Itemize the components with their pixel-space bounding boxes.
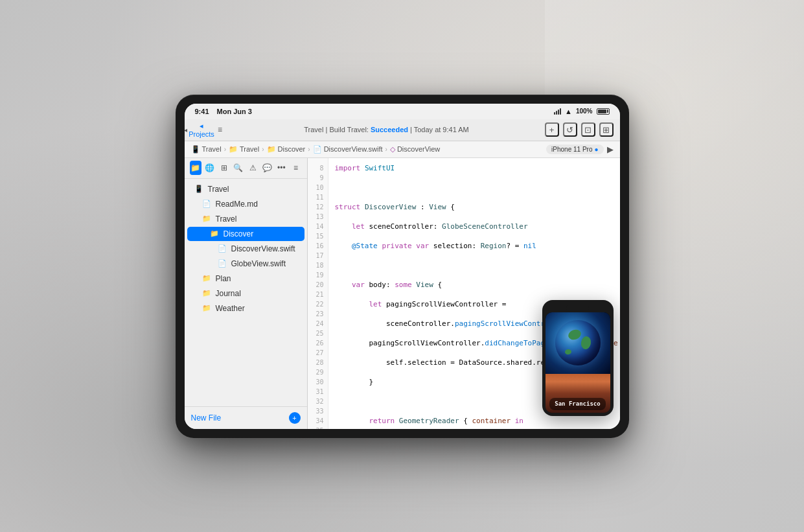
breadcrumb-label-4: DiscoverView.swift [324,145,383,153]
status-bar-left: 9:41 Mon Jun 3 [195,108,252,115]
device-screen: San Francisco [546,312,610,413]
sidebar-item-label: Travel [208,185,298,194]
expand-icon: ⊞ [603,125,610,135]
list-view-button[interactable]: ≡ [212,123,229,136]
breadcrumb-label-3: Discover [278,145,306,153]
new-file-plus-icon: + [292,414,296,422]
breadcrumb-file[interactable]: 📄 DiscoverView.swift [313,145,383,154]
code-line [335,260,614,270]
run-device-icon[interactable]: ▶ [607,145,614,154]
time-display: 9:41 [195,108,209,115]
status-bar: 9:41 Mon Jun 3 ▲ 100% [185,104,620,119]
code-editor[interactable]: 8 9 10 11 12 13 14 15 16 17 18 19 20 21 [308,158,620,429]
sidebar-item-label: Plan [216,274,298,283]
sidebar-item-label: DiscoverView.swift [231,244,298,253]
sidebar-icon-chat[interactable]: 💬 [261,161,273,175]
globe-preview [546,312,610,374]
xcode-toolbar: ◂ ◂ Projects ≡ Travel | Build Travel: Su… [185,119,620,141]
build-status-succeeded: Succeeded [371,126,408,133]
sidebar-item-discover[interactable]: 📁 Discover [187,227,304,241]
sidebar-icon-list[interactable]: ≡ [290,161,301,175]
sidebar-item-label: GlobeView.swift [231,259,298,268]
split-icon: ⊡ [584,125,592,135]
weather-folder-icon: 📁 [201,304,212,312]
date-display: Mon Jun 3 [217,108,252,115]
sidebar-icon-grid[interactable]: ⊞ [218,161,230,175]
readme-icon: 📄 [201,200,212,208]
sidebar-item-weather[interactable]: 📁 Weather [187,301,304,316]
expand-button[interactable]: ⊞ [599,122,614,137]
toolbar-project-text: Travel | Build Travel: [304,126,369,133]
sidebar-item-label: Weather [216,304,298,313]
sidebar-item-label: Discover [224,229,298,238]
sidebar-icon-more[interactable]: ••• [275,161,287,175]
toolbar-time-text: | Today at 9:41 AM [410,126,469,133]
new-file-label: New File [191,413,222,422]
globe-visual [555,320,601,365]
travel-project-icon: 📱 [194,185,204,193]
sidebar-item-globe-view[interactable]: 📄 GlobeView.swift [187,257,304,271]
discover-icon: 📁 [267,145,276,154]
breadcrumb-travel-1[interactable]: 📱 Travel [191,145,222,154]
sidebar-item-readme[interactable]: 📄 ReadMe.md [187,197,304,211]
add-button[interactable]: + [545,122,559,137]
sidebar-item-label: Journal [216,289,298,298]
sidebar-item-label: Travel [216,214,298,224]
device-label: iPhone 11 Pro [551,146,592,153]
breadcrumb-separator-1: › [224,146,226,153]
sidebar-icon-files[interactable]: 📁 [190,161,201,175]
globe-view-icon: 📄 [217,259,227,268]
sidebar-item-travel-project[interactable]: 📱 Travel [187,182,304,196]
breadcrumb-separator-4: › [385,146,387,153]
list-icon: ≡ [218,125,222,134]
sidebar-icon-warning[interactable]: ⚠ [247,161,258,175]
folder-icon: 📱 [191,145,200,154]
sidebar-item-discover-view[interactable]: 📄 DiscoverView.swift [187,242,304,256]
device-notch [566,305,589,310]
projects-label: ◂ Projects [189,122,214,138]
discover-folder-icon: 📁 [209,229,220,238]
preview-device: San Francisco [542,300,614,416]
breadcrumb-device: iPhone 11 Pro ● ▶ [546,145,613,154]
journal-folder-icon: 📁 [201,289,212,297]
code-line: var body: some View { [335,280,614,290]
breadcrumb-discover[interactable]: 📁 Discover [267,145,306,154]
add-icon: + [549,125,555,135]
city-name-label: San Francisco [549,398,605,410]
new-file-button[interactable]: New File + [191,412,301,424]
new-file-badge: + [289,412,301,424]
breadcrumb-label-5: DiscoverView [397,145,440,153]
tablet-screen: 9:41 Mon Jun 3 ▲ 100% [185,104,620,429]
breadcrumb-label-2: Travel [240,145,259,153]
device-chevron-icon: ● [594,146,598,153]
sidebar-icon-search[interactable]: 🔍 [233,161,244,175]
split-view-button[interactable]: ⊡ [581,122,595,137]
sidebar-item-label: ReadMe.md [216,200,298,209]
sidebar-icon-globe[interactable]: 🌐 [204,161,216,175]
toolbar-center: Travel | Build Travel: Succeeded | Today… [233,126,541,133]
sidebar-item-journal[interactable]: 📁 Journal [187,286,304,301]
projects-back-button[interactable]: ◂ ◂ Projects [191,123,208,136]
travel-folder-icon: 📁 [201,214,212,223]
file-icon: 📄 [313,145,322,154]
device-selector[interactable]: iPhone 11 Pro ● [546,145,603,154]
back-icon: ◂ [185,126,188,133]
sidebar-item-travel-folder[interactable]: 📁 Travel [187,212,304,226]
status-bar-right: ▲ 100% [554,108,609,115]
code-line: return GeometryReader { container in [335,416,614,426]
refresh-icon: ↺ [566,125,573,135]
refresh-button[interactable]: ↺ [563,122,577,137]
toolbar-right: + ↺ ⊡ ⊞ [545,122,614,137]
breadcrumb-label: Travel [202,145,222,153]
breadcrumb-bar: 📱 Travel › 📁 Travel › 📁 Discover › 📄 Dis… [185,141,620,158]
folder-icon-2: 📁 [229,145,238,154]
code-line [335,183,614,192]
sidebar-item-plan[interactable]: 📁 Plan [187,272,304,286]
breadcrumb-separator-3: › [308,146,310,153]
sidebar-nav: 📱 Travel 📄 ReadMe.md 📁 Travel 📁 Discover [185,179,307,406]
breadcrumb-travel-2[interactable]: 📁 Travel [229,145,259,154]
code-line: let sceneController: GlobeSceneControlle… [335,222,614,231]
plan-folder-icon: 📁 [201,274,212,283]
breadcrumb-struct[interactable]: ◇ DiscoverView [390,145,440,154]
sidebar-toolbar: 📁 🌐 ⊞ 🔍 ⚠ 💬 ••• ≡ [185,158,307,179]
